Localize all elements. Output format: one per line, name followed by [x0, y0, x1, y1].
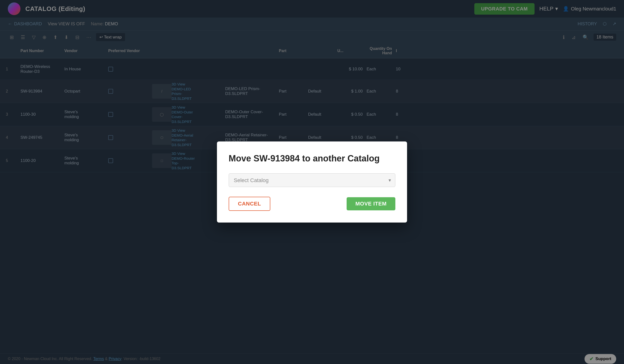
- move-item-modal: Move SW-913984 to another Catalog Select…: [217, 141, 407, 223]
- move-item-button[interactable]: MOVE ITEM: [347, 197, 395, 210]
- catalog-select[interactable]: Select Catalog: [229, 173, 395, 187]
- modal-overlay: Move SW-913984 to another Catalog Select…: [0, 0, 624, 364]
- cancel-button[interactable]: CANCEL: [229, 197, 270, 211]
- modal-actions: CANCEL MOVE ITEM: [229, 197, 395, 211]
- catalog-select-wrapper: Select Catalog ▾: [229, 173, 395, 187]
- modal-title: Move SW-913984 to another Catalog: [229, 153, 395, 164]
